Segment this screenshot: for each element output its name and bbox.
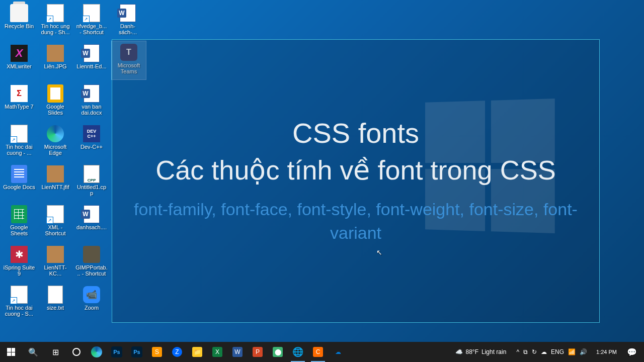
taskbar-excel[interactable]: X	[207, 342, 227, 362]
tray-onedrive-icon[interactable]: ☁	[541, 348, 547, 355]
taskbar-left: 🔍 ⊞ Ps Ps S Z 📁 X W P ⬤ 🌐 C ☁	[0, 342, 348, 362]
icon-label: size.txt	[46, 305, 65, 311]
taskbar-right: ☁️ 88°F Light rain ^ ⧉ ↻ ☁ ENG 📶 🔊 1:24 …	[450, 342, 644, 362]
taskbar-word[interactable]: W	[227, 342, 248, 362]
tray-volume-icon[interactable]: 🔊	[580, 348, 587, 355]
tray-sync-icon[interactable]: ↻	[532, 348, 537, 355]
icon-label: Dev-C++	[79, 144, 104, 150]
desktop-icon-lienntt-jfif[interactable]: LienNTT.jfif	[38, 163, 72, 201]
icon-label: LienNTT.jfif	[40, 184, 70, 190]
weather-widget[interactable]: ☁️ 88°F Light rain	[450, 348, 512, 355]
taskbar-app-green[interactable]: ⬤	[268, 342, 288, 362]
zoom-icon: 📹	[82, 285, 102, 305]
desktop-icon-tin-hoc-dai-cuong-s[interactable]: Tin hoc dai cuong - S...	[2, 284, 36, 322]
taskbar-photoshop-1[interactable]: Ps	[107, 342, 127, 362]
overlay-title: CSS fonts	[292, 117, 419, 149]
tray-wifi-icon[interactable]: 📶	[568, 348, 576, 355]
taskbar-file-explorer[interactable]: 📁	[187, 342, 207, 362]
desktop[interactable]: Recycle BinXXMLwriterΣMathType 7Tin hoc …	[0, 0, 644, 342]
desktop-icon-lien-jpg[interactable]: Liên.JPG	[38, 42, 72, 80]
xml-shortcut-icon	[45, 204, 65, 224]
icon-label: Microsoft Edge	[38, 144, 72, 156]
icon-label: Untitled1.cpp	[74, 184, 109, 196]
icon-label: nfvedge_b... - Shortcut	[74, 23, 109, 35]
tin-hoc-dai-cuong-s-icon	[9, 285, 29, 305]
taskbar-zalo[interactable]: Z	[167, 342, 187, 362]
desktop-icon-nfvedge[interactable]: nfvedge_b... - Shortcut	[74, 2, 109, 40]
taskbar-chrome[interactable]: 🌐	[288, 342, 308, 362]
icon-label: XML - Shortcut	[38, 224, 72, 236]
desktop-icon-lienntt-ed[interactable]: Lienntt-Ed...	[74, 42, 109, 80]
desktop-icon-van-ban-dai[interactable]: van ban dai.docx	[74, 82, 109, 121]
icon-label: van ban dai.docx	[74, 104, 109, 116]
icon-label: danhsach....	[75, 224, 108, 230]
google-sheets-icon	[9, 204, 29, 224]
desktop-icon-tin-hoc-dai-cuong[interactable]: Tin hoc dai cuong - ...	[2, 123, 36, 161]
mathtype-icon: Σ	[9, 83, 29, 104]
desktop-icon-mathtype[interactable]: ΣMathType 7	[2, 82, 36, 121]
desktop-icon-recycle-bin[interactable]: Recycle Bin	[2, 2, 36, 40]
size-txt-icon	[45, 285, 65, 305]
search-button[interactable]: 🔍	[22, 342, 44, 362]
desktop-icon-xmlwriter[interactable]: XXMLwriter	[2, 42, 36, 80]
action-center-button[interactable]: 💬	[622, 342, 642, 362]
nfvedge-icon	[82, 3, 102, 23]
lien-jpg-icon	[45, 43, 65, 63]
start-button[interactable]	[0, 342, 22, 362]
taskbar-edge[interactable]	[87, 342, 107, 362]
desktop-icon-size-txt[interactable]: size.txt	[38, 284, 72, 322]
van-ban-dai-icon	[82, 83, 102, 104]
system-tray[interactable]: ^ ⧉ ↻ ☁ ENG 📶 🔊	[512, 348, 591, 355]
taskbar-onedrive[interactable]: ☁	[328, 342, 348, 362]
taskbar-camtasia[interactable]: C	[308, 342, 328, 362]
desktop-icon-google-docs[interactable]: Google Docs	[2, 163, 36, 201]
desktop-icon-danhsach[interactable]: danhsach....	[74, 203, 109, 241]
desktop-icon-google-sheets[interactable]: Google Sheets	[2, 203, 36, 241]
icon-label: MathType 7	[4, 104, 34, 110]
google-docs-icon	[9, 164, 29, 184]
desktop-icon-gimp[interactable]: GIMPPortab... - Shortcut	[74, 243, 109, 282]
desktop-icon-untitled1-cpp[interactable]: CPPUntitled1.cpp	[74, 163, 109, 201]
icon-label: Danh-sách-...	[111, 23, 145, 35]
recycle-bin-icon	[9, 3, 29, 23]
task-view-button[interactable]: ⊞	[44, 342, 66, 362]
taskbar-powerpoint[interactable]: P	[248, 342, 268, 362]
mouse-cursor: ↖	[376, 248, 382, 256]
desktop-icon-google-slides[interactable]: Google Slides	[38, 82, 72, 121]
lienntt-jfif-icon	[45, 164, 65, 184]
desktop-icon-xml-shortcut[interactable]: XML - Shortcut	[38, 203, 72, 241]
icon-label: Zoom	[84, 305, 100, 311]
desktop-icon-zoom[interactable]: 📹Zoom	[74, 284, 109, 322]
icon-label: LienNTT-KC...	[38, 264, 72, 277]
desktop-icon-microsoft-edge[interactable]: Microsoft Edge	[38, 123, 72, 161]
tin-hoc-dai-cuong-icon	[9, 124, 29, 144]
icon-label: Google Sheets	[2, 224, 36, 236]
taskbar-clock[interactable]: 1:24 PM	[592, 349, 621, 355]
tray-language[interactable]: ENG	[551, 348, 564, 355]
taskbar-sublime[interactable]: S	[147, 342, 167, 362]
taskbar-photoshop-2[interactable]: Ps	[127, 342, 147, 362]
tray-dropbox-icon[interactable]: ⧉	[523, 348, 528, 355]
untitled1-cpp-icon: CPP	[82, 164, 102, 184]
desktop-icon-ispring[interactable]: ✱iSpring Suite 9	[2, 243, 36, 282]
icon-label: XMLwriter	[6, 63, 33, 69]
desktop-icon-danh-sach[interactable]: Danh-sách-...	[111, 2, 145, 40]
taskbar[interactable]: 🔍 ⊞ Ps Ps S Z 📁 X W P ⬤ 🌐 C ☁ ☁️ 88°F Li…	[0, 342, 644, 362]
taskbar-cortana[interactable]	[66, 342, 87, 362]
weather-text: Light rain	[481, 348, 506, 355]
google-slides-icon	[45, 83, 65, 104]
desktop-icon-lienntt-kc[interactable]: LienNTT-KC...	[38, 243, 72, 282]
desktop-icon-tin-hoc-ung-dung[interactable]: Tin hoc ung dung - Sh...	[38, 2, 72, 40]
icon-label: Liên.JPG	[43, 63, 67, 69]
weather-icon: ☁️	[455, 348, 463, 355]
icon-label: iSpring Suite 9	[2, 264, 36, 277]
danh-sach-icon	[118, 3, 138, 23]
tray-chevron-up-icon[interactable]: ^	[516, 348, 519, 355]
desktop-icon-dev-cpp[interactable]: DEVC++Dev-C++	[74, 123, 109, 161]
xmlwriter-icon: X	[9, 43, 29, 63]
overlay-subtitle: Các thuộc tính về font trong CSS	[155, 153, 555, 188]
weather-temp: 88°F	[466, 348, 478, 355]
danhsach-icon	[82, 204, 102, 224]
dev-cpp-icon: DEVC++	[82, 124, 102, 144]
icon-label: Lienntt-Ed...	[75, 63, 107, 69]
